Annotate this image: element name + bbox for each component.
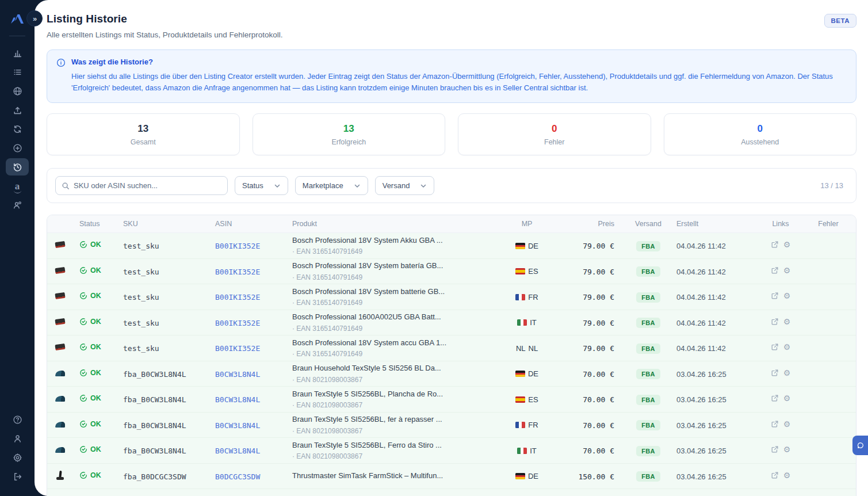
sidebar-item-users[interactable] (6, 196, 29, 213)
table-row: OK fba_B0CW3L8N4L B0CW3L8N4L Braun TexSt… (47, 387, 856, 413)
asin-link[interactable]: B0CW3L8N4L (215, 370, 260, 379)
chat-button[interactable] (852, 436, 868, 455)
asin-link[interactable]: B0CW3L8N4L (215, 395, 260, 404)
check-circle-icon (79, 266, 87, 274)
marketplace-code: FR (528, 293, 538, 302)
row-settings-gear-icon[interactable]: ⚙ (783, 369, 791, 377)
row-settings-gear-icon[interactable]: ⚙ (783, 318, 791, 326)
sidebar-item-dashboard[interactable] (6, 44, 29, 62)
versand-badge: FBA (636, 292, 660, 303)
row-settings-gear-icon[interactable]: ⚙ (783, 292, 791, 300)
sidebar-item-help[interactable] (6, 411, 29, 428)
check-circle-icon (79, 343, 87, 351)
asin-link[interactable]: B0CW3L8N4L (215, 447, 260, 455)
marketplace-flag: NL (516, 344, 526, 353)
external-link-icon[interactable] (771, 445, 779, 453)
check-circle-icon (79, 394, 87, 402)
price-value: 79.00 € (583, 319, 614, 327)
app-logo[interactable] (10, 8, 25, 29)
external-link-icon[interactable] (771, 292, 779, 300)
sidebar-item-marketplaces[interactable] (6, 82, 29, 100)
sidebar-item-settings[interactable] (6, 449, 29, 466)
external-link-icon[interactable] (771, 266, 779, 274)
status-text: OK (90, 292, 101, 300)
status-filter-dropdown[interactable]: Status (235, 176, 288, 195)
external-link-icon[interactable] (771, 420, 779, 428)
status-text: OK (90, 369, 101, 377)
column-versand: Versand (622, 220, 674, 228)
product-thumbnail (55, 290, 66, 302)
row-settings-gear-icon[interactable]: ⚙ (783, 420, 791, 428)
dropdown-label: Marketplace (303, 181, 343, 190)
marketplace-code: NL (529, 344, 538, 353)
asin-link[interactable]: B0DCGC3SDW (215, 472, 260, 481)
product-ean: · EAN 3165140791649 (292, 325, 504, 333)
row-settings-gear-icon[interactable]: ⚙ (783, 471, 791, 479)
sidebar: a (0, 0, 35, 496)
sidebar-item-sync[interactable] (6, 120, 29, 138)
status-text: OK (90, 241, 101, 249)
column-links: Links (760, 220, 801, 228)
globe-icon (13, 86, 22, 96)
sku-value: fba_B0CW3L8N4L (123, 447, 186, 455)
row-settings-gear-icon[interactable]: ⚙ (783, 394, 791, 402)
asin-link[interactable]: B00IKI352E (215, 319, 260, 327)
created-timestamp: 04.04.26 11:42 (676, 293, 726, 302)
status-badge: OK (79, 241, 101, 249)
created-timestamp: 03.04.26 16:25 (676, 472, 726, 481)
row-settings-gear-icon[interactable]: ⚙ (783, 445, 791, 453)
table-header-row: Status SKU ASIN Produkt MP Preis Versand… (47, 215, 856, 233)
marketplace-filter-dropdown[interactable]: Marketplace (295, 176, 368, 195)
sidebar-item-listings[interactable] (6, 63, 29, 81)
beta-badge: BETA (824, 14, 856, 28)
price-value: 150.00 € (578, 472, 614, 481)
sidebar-item-profile[interactable] (6, 430, 29, 447)
check-circle-icon (79, 318, 87, 326)
external-link-icon[interactable] (771, 343, 779, 351)
status-badge: OK (79, 266, 101, 274)
price-value: 70.00 € (583, 421, 614, 430)
row-settings-gear-icon[interactable]: ⚙ (783, 241, 791, 249)
product-thumbnail (55, 367, 66, 379)
table-body: OK test_sku B00IKI352E Bosch Professiona… (47, 233, 856, 496)
stat-card-gesamt: 13 Gesamt (47, 113, 240, 155)
asin-link[interactable]: B00IKI352E (215, 242, 260, 250)
price-value: 79.00 € (583, 268, 614, 276)
column-preis: Preis (548, 220, 622, 228)
sku-value: test_sku (123, 242, 159, 250)
help-icon (13, 415, 22, 425)
info-banner: Was zeigt die Historie? Hier siehst du a… (47, 49, 856, 103)
external-link-icon[interactable] (771, 369, 779, 377)
table-row: OK fba_B0DCGC3SDW B0DCGC3SDW Thrustmaste… (47, 489, 856, 496)
sidebar-item-create[interactable] (6, 139, 29, 157)
marketplace-flag (515, 422, 525, 428)
table-row: OK test_sku B00IKI352E Bosch Professiona… (47, 335, 856, 361)
product-ean: · EAN 8021098003867 (292, 427, 504, 435)
row-settings-gear-icon[interactable]: ⚙ (783, 343, 791, 351)
external-link-icon[interactable] (771, 394, 779, 402)
sidebar-item-upload[interactable] (6, 101, 29, 119)
asin-link[interactable]: B00IKI352E (215, 268, 260, 276)
column-erstellt: Erstellt (674, 220, 760, 228)
external-link-icon[interactable] (771, 241, 779, 249)
sidebar-item-amazon[interactable]: a (6, 177, 29, 194)
check-circle-icon (79, 445, 87, 453)
sku-value: test_sku (123, 344, 159, 353)
external-link-icon[interactable] (771, 318, 779, 326)
asin-link[interactable]: B00IKI352E (215, 293, 260, 302)
search-input[interactable] (74, 181, 221, 190)
versand-badge: FBA (636, 420, 660, 430)
users-icon (13, 200, 22, 210)
asin-link[interactable]: B00IKI352E (215, 344, 260, 353)
asin-link[interactable]: B0CW3L8N4L (215, 421, 260, 430)
versand-filter-dropdown[interactable]: Versand (375, 176, 435, 195)
created-timestamp: 04.04.26 11:42 (676, 344, 726, 353)
sidebar-collapse-button[interactable]: » (26, 10, 43, 26)
product-name: Braun TexStyle 5 SI5256BL, Ferro da Stir… (292, 441, 504, 450)
row-settings-gear-icon[interactable]: ⚙ (783, 266, 791, 274)
sidebar-item-listing-history[interactable] (6, 158, 29, 175)
external-link-icon[interactable] (771, 471, 779, 479)
chevron-down-icon (420, 182, 427, 189)
sidebar-item-logout[interactable] (6, 468, 29, 485)
versand-badge: FBA (636, 266, 660, 277)
